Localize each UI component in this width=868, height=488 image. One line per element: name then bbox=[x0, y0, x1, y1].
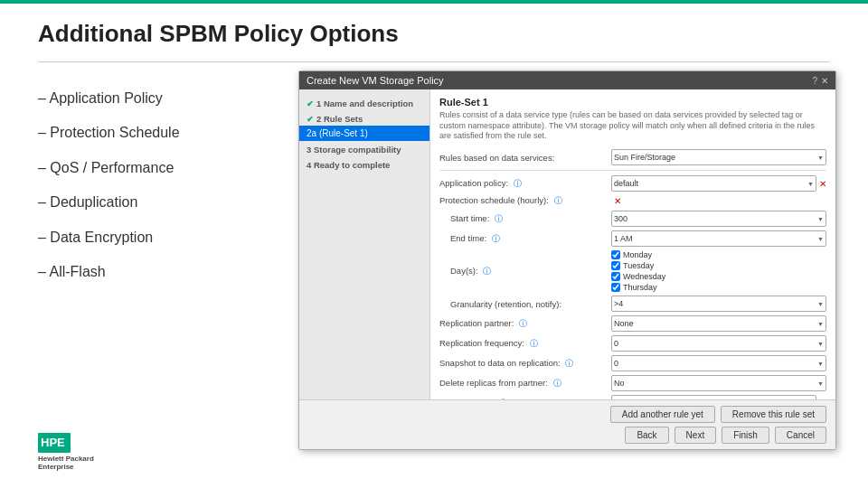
top-border bbox=[0, 0, 868, 4]
replication-frequency-info-icon[interactable]: ⓘ bbox=[530, 339, 538, 348]
footer-bottom-row: Back Next Finish Cancel bbox=[308, 427, 826, 444]
protection-remove-icon[interactable]: ✕ bbox=[614, 196, 621, 206]
protection-schedule-label: Protection schedule (hourly): ⓘ bbox=[439, 195, 611, 207]
footer-top-row: Add another rule yet Remove this rule se… bbox=[308, 406, 826, 423]
days-checkboxes: Monday Tuesday Wednesday Thursday bbox=[611, 250, 826, 292]
start-time-info-icon[interactable]: ⓘ bbox=[495, 214, 503, 223]
delete-replicas-label: Delete replicas from partner: ⓘ bbox=[439, 378, 611, 389]
end-time-label: End time: ⓘ bbox=[439, 233, 611, 245]
tuesday-label: Tuesday bbox=[623, 261, 654, 270]
protection-info-icon[interactable]: ⓘ bbox=[554, 196, 562, 205]
add-rule-button[interactable]: Add another rule yet bbox=[610, 406, 715, 423]
start-time-row: Start time: ⓘ 300 bbox=[439, 211, 826, 227]
app-policy-remove-icon[interactable]: ✕ bbox=[819, 179, 826, 189]
dialog-titlebar-icons: ? ✕ bbox=[812, 76, 828, 86]
app-policy-info-icon[interactable]: ⓘ bbox=[514, 179, 522, 188]
dialog-main-content: Rule-Set 1 Rules consist of a data servi… bbox=[430, 89, 835, 399]
app-policy-row: Application policy: ⓘ default ✕ bbox=[439, 175, 826, 192]
replication-frequency-select[interactable]: 0 bbox=[611, 335, 826, 352]
dialog-body: ✔ 1 Name and description ✔ 2 Rule Sets 2… bbox=[299, 89, 835, 399]
bullet-data-encryption: – Data Encryption bbox=[38, 221, 180, 255]
delete-replicas-select[interactable]: No bbox=[611, 375, 826, 391]
page-title: Additional SPBM Policy Options bbox=[38, 20, 399, 48]
days-info-icon[interactable]: ⓘ bbox=[483, 267, 491, 276]
hpe-logo: HPE Hewlett PackardEnterprise bbox=[38, 433, 94, 472]
step-1-header: ✔ 1 Name and description bbox=[299, 95, 429, 110]
storage-label: Rules based on data services: bbox=[439, 153, 611, 163]
step-2-header: ✔ 2 Rule Sets bbox=[299, 110, 429, 126]
next-button[interactable]: Next bbox=[675, 427, 717, 444]
remove-rule-button[interactable]: Remove this rule set bbox=[721, 406, 826, 423]
section-divider-1 bbox=[439, 170, 826, 171]
back-button[interactable]: Back bbox=[625, 427, 668, 444]
svg-text:HPE: HPE bbox=[41, 436, 65, 449]
snapshot-retention-label: Snapshot to data on replication: ⓘ bbox=[439, 358, 611, 370]
end-time-row: End time: ⓘ 1 AM bbox=[439, 230, 826, 247]
wednesday-checkbox[interactable] bbox=[611, 272, 620, 281]
bullet-deduplication: – Deduplication bbox=[38, 185, 180, 220]
delete-replicas-row: Delete replicas from partner: ⓘ No bbox=[439, 375, 826, 391]
deduplication-select[interactable]: No bbox=[611, 395, 816, 399]
step-2a-item[interactable]: 2a (Rule-Set 1) bbox=[299, 126, 429, 141]
thursday-label: Thursday bbox=[623, 283, 657, 292]
dialog-titlebar: Create New VM Storage Policy ? ✕ bbox=[299, 71, 835, 89]
wednesday-label: Wednesday bbox=[623, 272, 665, 281]
thursday-checkbox-item: Thursday bbox=[611, 283, 826, 292]
hpe-logo-icon: HPE bbox=[38, 433, 71, 453]
check-icon-2: ✔ bbox=[307, 115, 314, 124]
snapshot-retention-row: Snapshot to data on replication: ⓘ 0 bbox=[439, 355, 826, 371]
cancel-button[interactable]: Cancel bbox=[775, 427, 826, 444]
finish-button[interactable]: Finish bbox=[722, 427, 769, 444]
bullet-application-policy: – Application Policy bbox=[38, 81, 180, 116]
granularity-select[interactable]: >4 bbox=[611, 296, 826, 312]
bullet-list: – Application Policy – Protection Schedu… bbox=[38, 81, 180, 289]
app-policy-select[interactable]: default bbox=[611, 175, 816, 192]
monday-checkbox-item: Monday bbox=[611, 250, 826, 259]
delete-replicas-info-icon[interactable]: ⓘ bbox=[553, 379, 561, 388]
end-time-info-icon[interactable]: ⓘ bbox=[492, 234, 500, 243]
replication-frequency-row: Replication frequency: ⓘ 0 bbox=[439, 335, 826, 352]
bullet-qos: – QoS / Performance bbox=[38, 151, 180, 185]
tuesday-checkbox-item: Tuesday bbox=[611, 261, 826, 270]
days-row: Day(s): ⓘ Monday Tuesday Wednesday bbox=[439, 250, 826, 292]
tuesday-checkbox[interactable] bbox=[611, 261, 620, 270]
replication-partner-info-icon[interactable]: ⓘ bbox=[519, 319, 527, 328]
check-icon-1: ✔ bbox=[307, 99, 314, 108]
ruleset-heading: Rule-Set 1 bbox=[439, 97, 826, 108]
ruleset-description: Rules consist of a data service type (ru… bbox=[439, 110, 826, 142]
dialog-sidebar: ✔ 1 Name and description ✔ 2 Rule Sets 2… bbox=[299, 89, 430, 399]
protection-schedule-row: Protection schedule (hourly): ⓘ ✕ bbox=[439, 195, 826, 207]
storage-row: Rules based on data services: Sun Fire/S… bbox=[439, 149, 826, 165]
divider-line bbox=[38, 61, 830, 62]
granularity-row: Granularity (retention, notify): >4 bbox=[439, 296, 826, 312]
step-4-header: 4 Ready to complete bbox=[299, 156, 429, 172]
start-time-label: Start time: ⓘ bbox=[439, 213, 611, 225]
help-icon[interactable]: ? bbox=[812, 76, 817, 86]
monday-label: Monday bbox=[623, 250, 652, 259]
step-3-header: 3 Storage compatibility bbox=[299, 141, 429, 156]
hpe-company-name: Hewlett PackardEnterprise bbox=[38, 455, 94, 472]
close-icon[interactable]: ✕ bbox=[821, 76, 828, 86]
snapshot-retention-select[interactable]: 0 bbox=[611, 355, 826, 371]
granularity-label: Granularity (retention, notify): bbox=[439, 299, 611, 309]
replication-partner-select[interactable]: None bbox=[611, 315, 826, 332]
monday-checkbox[interactable] bbox=[611, 250, 620, 259]
dialog-footer: Add another rule yet Remove this rule se… bbox=[299, 399, 835, 449]
end-time-select[interactable]: 1 AM bbox=[611, 230, 826, 247]
storage-select[interactable]: Sun Fire/Storage bbox=[611, 149, 826, 165]
replication-frequency-label: Replication frequency: ⓘ bbox=[439, 338, 611, 350]
thursday-checkbox[interactable] bbox=[611, 283, 620, 292]
wednesday-checkbox-item: Wednesday bbox=[611, 272, 826, 281]
snapshot-retention-info-icon[interactable]: ⓘ bbox=[565, 359, 573, 368]
replication-partner-row: Replication partner: ⓘ None bbox=[439, 315, 826, 332]
days-label: Day(s): ⓘ bbox=[439, 266, 611, 277]
dialog: Create New VM Storage Policy ? ✕ ✔ 1 Nam… bbox=[298, 70, 836, 450]
bullet-all-flash: – All-Flash bbox=[38, 255, 180, 289]
dialog-title: Create New VM Storage Policy bbox=[307, 75, 444, 86]
bullet-protection-schedule: – Protection Schedule bbox=[38, 116, 180, 150]
replication-partner-label: Replication partner: ⓘ bbox=[439, 318, 611, 330]
app-policy-label: Application policy: ⓘ bbox=[439, 178, 611, 190]
start-time-select[interactable]: 300 bbox=[611, 211, 826, 227]
